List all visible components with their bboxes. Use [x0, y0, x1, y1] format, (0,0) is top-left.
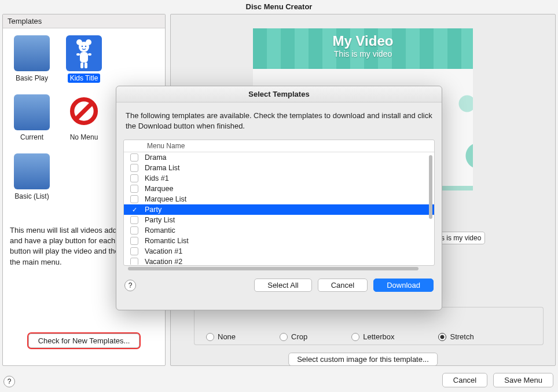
checkbox-icon[interactable]: [130, 185, 138, 193]
list-item[interactable]: Vacation #1: [124, 246, 434, 257]
select-all-button[interactable]: Select All: [254, 279, 311, 292]
template-label: Current: [18, 133, 46, 142]
template-label: Basic (List): [12, 192, 51, 201]
radio-icon: [206, 333, 214, 341]
modal-description: The following templates are available. C…: [116, 102, 442, 140]
svg-rect-6: [76, 53, 80, 56]
radio-label: Crop: [291, 332, 307, 341]
list-item[interactable]: Drama: [124, 152, 434, 163]
download-button[interactable]: Download: [373, 279, 434, 292]
modal-cancel-button[interactable]: Cancel: [318, 279, 368, 292]
column-menu-name[interactable]: Menu Name: [145, 142, 185, 150]
scale-radio-group: None Crop Letterbox Stretch: [194, 329, 544, 345]
checkbox-icon[interactable]: [130, 206, 138, 214]
template-kids-title[interactable]: Kids Title: [61, 35, 107, 83]
templates-header: Templates: [3, 14, 165, 28]
list-item-label: Vacation #1: [145, 247, 182, 255]
list-item-label: Marquee: [145, 185, 173, 193]
list-item-label: Kids #1: [145, 174, 169, 182]
template-list: Menu Name DramaDrama ListKids #1MarqueeM…: [123, 140, 435, 266]
template-label: Kids Title: [68, 74, 101, 83]
template-current[interactable]: Current: [9, 94, 55, 142]
checkbox-icon[interactable]: [130, 258, 138, 265]
list-item[interactable]: Drama List: [124, 163, 434, 173]
check-templates-label: Check for New Templates...: [38, 336, 130, 345]
radio-label: Stretch: [450, 332, 473, 341]
save-menu-button[interactable]: Save Menu: [493, 373, 553, 387]
checkbox-icon[interactable]: [130, 226, 138, 235]
scale-none[interactable]: None: [206, 332, 236, 341]
radio-icon: [438, 333, 446, 341]
template-thumb-icon: [14, 153, 50, 189]
scrollbar-vertical[interactable]: [429, 155, 432, 219]
scale-crop[interactable]: Crop: [280, 332, 307, 341]
checkbox-icon[interactable]: [130, 195, 138, 203]
radio-icon: [280, 333, 288, 341]
scale-stretch[interactable]: Stretch: [438, 332, 473, 341]
svg-rect-8: [80, 63, 83, 68]
list-item[interactable]: Marquee List: [124, 194, 434, 204]
list-item[interactable]: Marquee: [124, 184, 434, 194]
checkbox-icon[interactable]: [130, 153, 138, 162]
svg-rect-7: [88, 53, 91, 56]
list-item[interactable]: Party: [124, 204, 434, 215]
custom-image-button[interactable]: Select custom image for this template...: [288, 353, 438, 366]
no-menu-icon: [66, 94, 102, 130]
svg-line-11: [76, 104, 91, 119]
list-item-label: Party List: [145, 216, 175, 224]
scale-letterbox[interactable]: Letterbox: [351, 332, 394, 341]
window-title: Disc Menu Creator: [0, 0, 558, 14]
list-item-label: Vacation #2: [145, 258, 182, 265]
check-templates-button[interactable]: Check for New Templates...: [28, 334, 140, 348]
list-item[interactable]: Romantic List: [124, 236, 434, 246]
radio-icon: [351, 333, 359, 341]
list-item[interactable]: Romantic: [124, 225, 434, 236]
list-item[interactable]: Party List: [124, 215, 434, 225]
list-header: Menu Name: [124, 140, 434, 152]
select-templates-modal: Select Templates The following templates…: [116, 86, 442, 310]
modal-help-button[interactable]: ?: [124, 280, 136, 291]
list-item-label: Party: [145, 206, 161, 214]
radio-label: Letterbox: [363, 332, 394, 341]
template-thumb-icon: [14, 35, 50, 71]
preview-title: My Video: [253, 33, 473, 49]
modal-title: Select Templates: [116, 86, 442, 102]
list-item-label: Marquee List: [145, 195, 186, 203]
list-item-label: Drama: [145, 153, 167, 162]
template-basic-list[interactable]: Basic (List): [9, 153, 55, 201]
template-thumb-icon: [14, 94, 50, 130]
checkbox-icon[interactable]: [130, 237, 138, 245]
subtitle-input[interactable]: s is my video: [437, 232, 485, 244]
template-label: Basic Play: [13, 74, 50, 83]
svg-point-1: [76, 39, 82, 45]
svg-point-3: [82, 46, 83, 47]
list-item[interactable]: Vacation #2: [124, 257, 434, 265]
list-item[interactable]: Kids #1: [124, 173, 434, 184]
preview-subtitle: This is my video: [253, 49, 473, 58]
radio-label: None: [218, 332, 236, 341]
list-item-label: Drama List: [145, 164, 179, 172]
svg-rect-5: [80, 52, 88, 63]
checkbox-icon[interactable]: [130, 216, 138, 224]
template-label: No Menu: [68, 133, 101, 142]
checkbox-icon[interactable]: [130, 174, 138, 182]
checkbox-icon[interactable]: [130, 247, 138, 255]
list-item-label: Romantic List: [145, 237, 189, 245]
svg-rect-9: [85, 63, 87, 68]
template-thumb-icon: [66, 35, 102, 71]
svg-point-4: [85, 46, 87, 47]
cancel-button[interactable]: Cancel: [442, 373, 487, 387]
scrollbar-horizontal[interactable]: [128, 267, 419, 270]
list-item-label: Romantic: [145, 226, 175, 235]
template-basic-play[interactable]: Basic Play: [9, 35, 55, 83]
checkbox-icon[interactable]: [130, 164, 138, 172]
svg-point-2: [86, 39, 91, 45]
template-no-menu[interactable]: No Menu: [61, 94, 107, 142]
